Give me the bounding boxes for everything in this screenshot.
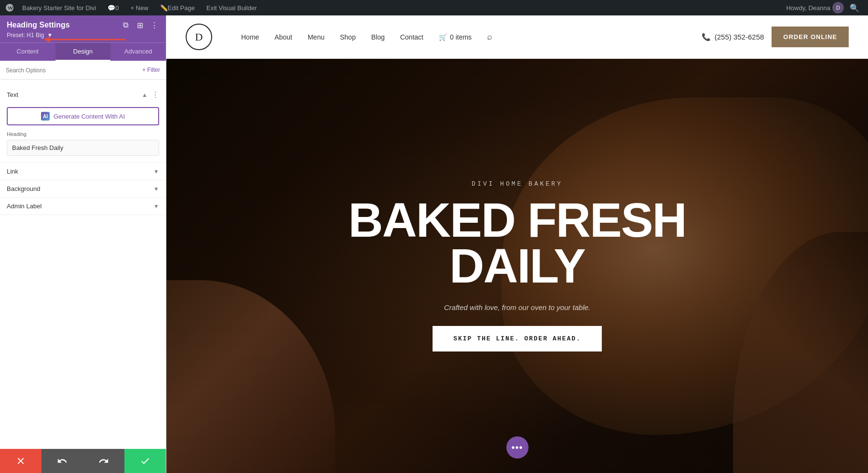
nav-shop[interactable]: Shop bbox=[340, 33, 356, 41]
link-section-expand-icon[interactable]: ▼ bbox=[153, 168, 159, 175]
text-section-header[interactable]: Text ▲ ⋮ bbox=[0, 85, 166, 104]
phone-number: (255) 352-6258 bbox=[715, 33, 764, 41]
order-online-button[interactable]: ORDER ONLINE bbox=[772, 27, 849, 47]
admin-label-section-header[interactable]: Admin Label ▼ bbox=[0, 198, 166, 215]
panel-search-bar: + Filter bbox=[0, 61, 166, 80]
hero-title: BAKED FRESH DAILY bbox=[348, 197, 686, 289]
redo-button[interactable] bbox=[83, 449, 124, 473]
text-section-content: AI Generate Content With AI Heading bbox=[0, 104, 166, 162]
site-search-icon[interactable]: ⌕ bbox=[487, 32, 492, 42]
site-logo: D bbox=[186, 24, 212, 50]
hero-description: Crafted with love, from our oven to your… bbox=[444, 303, 590, 311]
link-section-actions: ▼ bbox=[153, 168, 159, 175]
search-input-container bbox=[6, 66, 142, 74]
background-section-header[interactable]: Background ▼ bbox=[0, 180, 166, 197]
admin-bar-comments[interactable]: 💬 0 bbox=[104, 0, 122, 15]
undo-icon bbox=[57, 456, 68, 466]
text-section-collapse-icon[interactable]: ▲ bbox=[142, 92, 148, 98]
hero-content: DIVI HOME BAKERY BAKED FRESH DAILY Craft… bbox=[166, 59, 868, 473]
link-section: Link ▼ bbox=[0, 163, 166, 180]
cancel-icon bbox=[15, 456, 26, 466]
nav-about[interactable]: About bbox=[274, 33, 292, 41]
cart-info[interactable]: 🛒 0 items bbox=[439, 33, 472, 41]
background-section-expand-icon[interactable]: ▼ bbox=[153, 186, 159, 192]
cart-icon: 🛒 bbox=[439, 33, 447, 41]
admin-label-expand-icon[interactable]: ▼ bbox=[153, 203, 159, 210]
nav-contact[interactable]: Contact bbox=[400, 33, 423, 41]
hero-title-line2: DAILY bbox=[449, 239, 585, 293]
panel-bottom-bar bbox=[0, 449, 166, 473]
text-section-actions: ▲ ⋮ bbox=[142, 90, 159, 99]
more-options-icon[interactable]: ⋮ bbox=[149, 20, 159, 30]
tab-design[interactable]: Design bbox=[55, 43, 111, 61]
admin-bar-edit-page[interactable]: ✏️ Edit Page bbox=[156, 0, 199, 15]
undo-button[interactable] bbox=[41, 449, 83, 473]
nav-right: 📞 (255) 352-6258 ORDER ONLINE bbox=[702, 27, 849, 47]
background-section-actions: ▼ bbox=[153, 186, 159, 192]
admin-label-section-actions: ▼ bbox=[153, 203, 159, 210]
preset-label: Preset: H1 Big bbox=[7, 32, 44, 39]
hero-cta-label: SKIP THE LINE. ORDER AHEAD. bbox=[453, 335, 581, 342]
admin-label-section-title: Admin Label bbox=[7, 203, 41, 210]
copy-icon[interactable]: ⧉ bbox=[121, 20, 130, 30]
hero-dots-icon: ••• bbox=[511, 442, 523, 453]
tab-advanced[interactable]: Advanced bbox=[110, 43, 166, 61]
panel-header-top: Heading Settings ⧉ ⊞ ⋮ bbox=[7, 20, 159, 30]
panel-title: Heading Settings bbox=[7, 21, 70, 29]
panel-header: Heading Settings ⧉ ⊞ ⋮ Preset: H1 Big ▼ bbox=[0, 15, 166, 42]
panel-tabs: Content Design Advanced bbox=[0, 42, 166, 61]
redo-icon bbox=[98, 456, 109, 466]
cart-count: 0 items bbox=[450, 33, 472, 41]
nav-home[interactable]: Home bbox=[241, 33, 259, 41]
nav-menu[interactable]: Menu bbox=[308, 33, 325, 41]
admin-bar-site-name[interactable]: Bakery Starter Site for Divi bbox=[18, 0, 100, 15]
phone-icon: 📞 bbox=[702, 33, 711, 41]
hero-dots-button[interactable]: ••• bbox=[506, 436, 529, 459]
nav-links: Home About Menu Shop Blog Contact 🛒 0 it… bbox=[241, 32, 702, 42]
preset-selector[interactable]: Preset: H1 Big ▼ bbox=[7, 32, 159, 39]
columns-icon[interactable]: ⊞ bbox=[135, 20, 145, 30]
admin-search-icon[interactable]: 🔍 bbox=[846, 3, 863, 13]
nav-blog[interactable]: Blog bbox=[371, 33, 385, 41]
search-options-input[interactable] bbox=[6, 67, 142, 74]
wp-logo-icon[interactable] bbox=[5, 3, 14, 13]
text-section-more-icon[interactable]: ⋮ bbox=[151, 90, 159, 99]
site-name-text: Bakery Starter Site for Divi bbox=[22, 4, 96, 12]
text-section: Text ▲ ⋮ AI Generate Content With AI Hea… bbox=[0, 85, 166, 163]
hero-section: DIVI HOME BAKERY BAKED FRESH DAILY Craft… bbox=[166, 59, 868, 473]
ai-generate-button[interactable]: AI Generate Content With AI bbox=[7, 107, 159, 125]
hero-cta-button[interactable]: SKIP THE LINE. ORDER AHEAD. bbox=[433, 326, 602, 351]
main-area: Heading Settings ⧉ ⊞ ⋮ Preset: H1 Big ▼ bbox=[0, 15, 868, 473]
heading-field-label: Heading bbox=[7, 131, 159, 137]
admin-bar-new[interactable]: + New bbox=[126, 0, 152, 15]
admin-bar-right: Howdy, Deanna D 🔍 bbox=[786, 2, 863, 14]
filter-button[interactable]: + Filter bbox=[142, 67, 160, 73]
background-section: Background ▼ bbox=[0, 180, 166, 198]
ai-icon: AI bbox=[41, 112, 50, 121]
site-nav: D Home About Menu Shop Blog Contact 🛒 0 … bbox=[166, 15, 868, 59]
link-section-title: Link bbox=[7, 168, 18, 175]
admin-avatar[interactable]: D bbox=[832, 2, 844, 14]
link-section-header[interactable]: Link ▼ bbox=[0, 163, 166, 180]
save-icon bbox=[140, 456, 150, 466]
site-preview: D Home About Menu Shop Blog Contact 🛒 0 … bbox=[166, 15, 868, 473]
panel-body: Text ▲ ⋮ AI Generate Content With AI Hea… bbox=[0, 80, 166, 449]
admin-label-section: Admin Label ▼ bbox=[0, 198, 166, 215]
tab-content[interactable]: Content bbox=[0, 43, 55, 61]
hero-subtitle: DIVI HOME BAKERY bbox=[472, 180, 563, 188]
preset-dropdown-icon: ▼ bbox=[47, 32, 53, 39]
admin-bar: Bakery Starter Site for Divi 💬 0 + New ✏… bbox=[0, 0, 868, 15]
admin-howdy: Howdy, Deanna bbox=[786, 4, 830, 12]
text-section-title: Text bbox=[7, 91, 18, 98]
panel-header-icons: ⧉ ⊞ ⋮ bbox=[121, 20, 159, 30]
admin-bar-exit-builder[interactable]: Exit Visual Builder bbox=[203, 0, 261, 15]
heading-input[interactable] bbox=[7, 140, 159, 156]
phone-info: 📞 (255) 352-6258 bbox=[702, 33, 764, 41]
cancel-button[interactable] bbox=[0, 449, 41, 473]
background-section-title: Background bbox=[7, 185, 40, 192]
ai-button-label: Generate Content With AI bbox=[54, 113, 125, 120]
left-panel: Heading Settings ⧉ ⊞ ⋮ Preset: H1 Big ▼ bbox=[0, 15, 166, 473]
save-button[interactable] bbox=[124, 449, 166, 473]
